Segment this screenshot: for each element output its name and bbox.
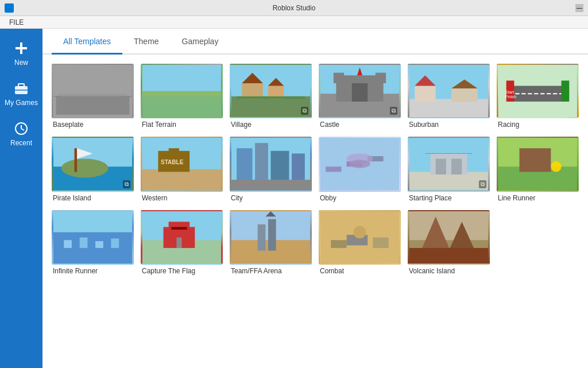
- svg-rect-48: [142, 169, 221, 191]
- label-obby: Obby: [319, 192, 401, 203]
- label-western: Western: [141, 192, 223, 203]
- template-item-team-ffa[interactable]: Team/FFA Arena: [230, 210, 312, 276]
- svg-rect-85: [176, 237, 181, 247]
- svg-rect-95: [373, 237, 388, 247]
- menu-bar: FILE: [0, 16, 588, 29]
- svg-rect-57: [231, 180, 310, 190]
- label-flat-terrain: Flat Terrain: [141, 118, 223, 130]
- svg-rect-65: [409, 172, 488, 191]
- svg-text:STABLE: STABLE: [161, 159, 184, 165]
- sidebar-item-new[interactable]: New: [0, 33, 42, 73]
- tab-gameplay[interactable]: Gameplay: [171, 29, 230, 55]
- label-suburban: Suburban: [408, 118, 490, 130]
- template-item-combat[interactable]: Combat: [319, 210, 401, 276]
- content-area: All Templates Theme Gameplay BaseplateFl…: [42, 29, 588, 368]
- template-item-obby[interactable]: Obby: [319, 137, 401, 203]
- svg-rect-11: [59, 94, 127, 96]
- label-team-ffa: Team/FFA Arena: [230, 265, 312, 276]
- sidebar-item-recent[interactable]: Recent: [0, 114, 42, 154]
- svg-rect-14: [142, 91, 221, 96]
- thumbnail-pirate-island: ⧉: [52, 137, 134, 191]
- template-item-castle[interactable]: ⧉Castle: [319, 64, 401, 130]
- label-combat: Combat: [319, 265, 401, 276]
- label-starting-place: Starting Place: [408, 192, 490, 203]
- svg-rect-68: [436, 159, 446, 175]
- window-controls: —: [575, 4, 583, 12]
- template-item-racing[interactable]: StartFinishRacing: [497, 64, 579, 130]
- label-capture-flag: Capture The Flag: [141, 265, 223, 276]
- template-item-western[interactable]: STABLEWestern: [141, 137, 223, 203]
- tab-all-templates[interactable]: All Templates: [52, 29, 122, 55]
- template-item-flat-terrain[interactable]: Flat Terrain: [141, 64, 223, 130]
- svg-rect-30: [409, 99, 488, 117]
- svg-rect-72: [520, 149, 551, 172]
- label-baseplate: Baseplate: [52, 118, 134, 130]
- template-item-suburban[interactable]: Suburban: [408, 64, 490, 130]
- svg-rect-13: [142, 94, 221, 117]
- templates-grid: BaseplateFlat Terrain⧉Village⧉CastleSubu…: [52, 64, 579, 276]
- svg-rect-76: [64, 240, 72, 248]
- svg-rect-45: [75, 149, 78, 172]
- file-menu[interactable]: FILE: [5, 18, 28, 26]
- thumbnail-starting-place: ⧉: [408, 137, 490, 191]
- label-volcanic-island: Volcanic Island: [408, 265, 490, 276]
- svg-rect-78: [95, 241, 103, 248]
- briefcase-icon: [13, 80, 29, 96]
- plus-icon: [13, 40, 29, 56]
- thumbnail-castle: ⧉: [319, 64, 401, 118]
- thumbnail-volcanic-island: [408, 210, 490, 265]
- thumbnail-flat-terrain: [141, 64, 223, 118]
- badge-pirate-island: ⧉: [123, 180, 130, 188]
- svg-rect-26: [376, 73, 386, 83]
- template-item-city[interactable]: City: [230, 137, 312, 203]
- svg-point-93: [354, 226, 366, 238]
- template-item-starting-place[interactable]: ⧉Starting Place: [408, 137, 490, 203]
- template-item-volcanic-island[interactable]: Volcanic Island: [408, 210, 490, 276]
- svg-rect-3: [18, 84, 24, 87]
- thumbnail-team-ffa: [230, 210, 312, 265]
- label-castle: Castle: [319, 118, 401, 130]
- svg-rect-1: [16, 47, 27, 49]
- badge-castle: ⧉: [390, 107, 397, 115]
- badge-starting-place: ⧉: [479, 180, 486, 188]
- svg-rect-54: [255, 143, 268, 185]
- title-bar: Roblox Studio —: [0, 0, 588, 16]
- thumbnail-racing: StartFinish: [497, 64, 579, 118]
- svg-rect-25: [334, 73, 344, 83]
- thumbnail-line-runner: [497, 137, 579, 191]
- svg-rect-21: [237, 96, 305, 99]
- thumbnail-western: STABLE: [141, 137, 223, 191]
- template-item-infinite-runner[interactable]: Infinite Runner: [52, 210, 134, 276]
- svg-rect-53: [237, 149, 252, 185]
- template-item-pirate-island[interactable]: ⧉Pirate Island: [52, 137, 134, 203]
- thumbnail-infinite-runner: [52, 210, 134, 265]
- svg-rect-88: [258, 224, 266, 250]
- template-item-village[interactable]: ⧉Village: [230, 64, 312, 130]
- svg-rect-69: [451, 159, 462, 175]
- thumbnail-capture-flag: [141, 210, 223, 265]
- tab-theme[interactable]: Theme: [122, 29, 171, 55]
- thumbnail-suburban: [408, 64, 490, 118]
- thumbnail-obby: [319, 137, 401, 191]
- svg-rect-59: [326, 167, 341, 172]
- template-item-baseplate[interactable]: Baseplate: [52, 64, 134, 130]
- svg-rect-31: [415, 86, 436, 102]
- label-city: City: [230, 192, 312, 203]
- svg-point-73: [551, 161, 561, 172]
- svg-rect-50: [169, 149, 179, 154]
- svg-point-44: [61, 159, 109, 178]
- label-racing: Racing: [497, 118, 579, 130]
- svg-rect-94: [331, 240, 346, 248]
- thumbnail-baseplate: [52, 64, 134, 118]
- template-item-line-runner[interactable]: Line Runner: [497, 137, 579, 203]
- sidebar-recent-label: Recent: [10, 139, 32, 147]
- badge-village: ⧉: [301, 107, 308, 115]
- minimize-button[interactable]: —: [575, 4, 583, 12]
- thumbnail-village: ⧉: [230, 64, 312, 118]
- svg-rect-89: [268, 219, 276, 250]
- svg-rect-9: [56, 96, 130, 115]
- svg-point-63: [349, 160, 370, 169]
- sidebar-item-my-games[interactable]: My Games: [0, 73, 42, 114]
- svg-rect-16: [231, 96, 310, 118]
- template-item-capture-flag[interactable]: Capture The Flag: [141, 210, 223, 276]
